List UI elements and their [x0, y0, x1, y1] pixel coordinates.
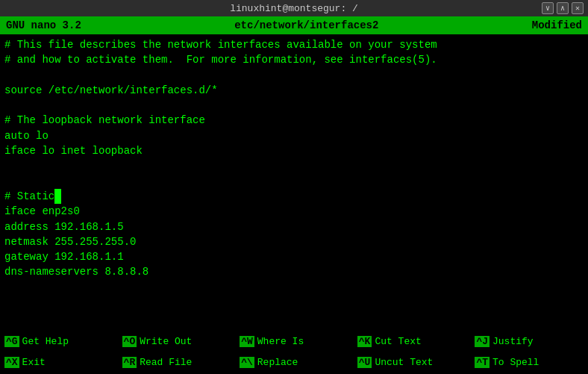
editor-line: source /etc/network/interfaces.d/* [4, 83, 584, 98]
shortcut-key: ^T [475, 357, 490, 368]
shortcut-key: ^O [122, 336, 137, 347]
nano-header: GNU nano 3.2 etc/network/interfaces2 Mod… [0, 16, 588, 34]
shortcut-item[interactable]: ^GGet Help [0, 331, 118, 352]
editor-line: auto lo [4, 128, 584, 143]
close-button[interactable]: ✕ [572, 2, 584, 14]
editor-line: # Static [4, 189, 584, 204]
shortcut-label: Read File [140, 357, 192, 368]
editor-line: address 192.168.1.5 [4, 219, 584, 234]
editor-line: # and how to activate them. For more inf… [4, 52, 584, 67]
shortcut-item[interactable]: ^WWhere Is [235, 331, 353, 352]
editor-line: iface enp2s0 [4, 204, 584, 219]
shortcut-label: Where Is [257, 336, 304, 347]
editor-line: gateway 192.168.1.1 [4, 249, 584, 264]
modified-status: Modified [532, 19, 582, 31]
editor-line: netmask 255.255.255.0 [4, 234, 584, 249]
shortcut-label: Cut Text [375, 336, 421, 347]
shortcut-key: ^J [475, 336, 490, 347]
shortcut-label: Write Out [140, 336, 192, 347]
editor-line [4, 174, 584, 189]
titlebar: linuxhint@montsegur: / ∨ ∧ ✕ [0, 0, 588, 16]
file-name: etc/network/interfaces2 [234, 19, 378, 31]
shortcut-item[interactable]: ^KCut Text [353, 331, 471, 352]
minimize-button[interactable]: ∨ [542, 2, 554, 14]
shortcut-item[interactable]: ^TTo Spell [470, 352, 588, 373]
editor-line: # The loopback network interface [4, 113, 584, 128]
titlebar-controls[interactable]: ∨ ∧ ✕ [542, 2, 584, 14]
editor-line [4, 158, 584, 173]
editor-line [4, 68, 584, 83]
maximize-button[interactable]: ∧ [557, 2, 569, 14]
shortcut-key: ^G [4, 336, 19, 347]
text-cursor [54, 189, 60, 204]
shortcut-bar: ^GGet Help^OWrite Out^WWhere Is^KCut Tex… [0, 329, 588, 374]
shortcut-label: Get Help [22, 336, 69, 347]
editor-line: iface lo inet loopback [4, 143, 584, 158]
editor-line: dns-nameservers 8.8.8.8 [4, 264, 584, 279]
shortcut-label: Justify [492, 336, 534, 347]
shortcut-key: ^R [122, 357, 137, 368]
shortcut-key: ^K [357, 336, 372, 347]
shortcut-label: To Spell [492, 357, 539, 368]
shortcut-label: Uncut Text [375, 357, 433, 368]
shortcut-item[interactable]: ^UUncut Text [353, 352, 471, 373]
shortcut-key: ^W [240, 336, 254, 347]
editor-area[interactable]: # This file describes the network interf… [0, 34, 588, 329]
shortcut-item[interactable]: ^\Replace [235, 352, 353, 373]
shortcut-item[interactable]: ^RRead File [118, 352, 236, 373]
shortcut-item[interactable]: ^OWrite Out [118, 331, 236, 352]
shortcut-item[interactable]: ^XExit [0, 352, 118, 373]
shortcut-key: ^U [357, 357, 372, 368]
nano-version: GNU nano 3.2 [6, 19, 81, 31]
titlebar-title: linuxhint@montsegur: / [230, 3, 358, 14]
shortcut-label: Exit [22, 357, 46, 368]
shortcut-item[interactable]: ^JJustify [470, 331, 588, 352]
editor-line: # This file describes the network interf… [4, 37, 584, 52]
editor-line [4, 98, 584, 113]
shortcut-key: ^X [4, 357, 19, 368]
shortcut-label: Replace [257, 357, 298, 368]
shortcut-key: ^\ [240, 357, 254, 368]
